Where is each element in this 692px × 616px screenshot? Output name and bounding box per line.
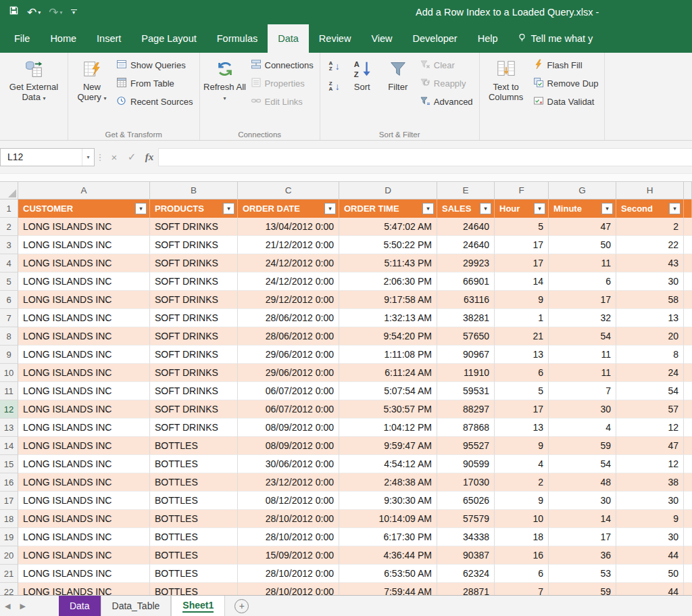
cell-C10[interactable]: 29/06/2012 0:00 — [238, 364, 339, 382]
sort-button[interactable]: AZ Sort — [345, 55, 380, 128]
ribbon-tab-formulas[interactable]: Formulas — [207, 24, 268, 53]
cell-H9[interactable]: 8 — [616, 346, 684, 364]
row-header-7[interactable]: 7 — [0, 309, 18, 327]
cell-F20[interactable]: 16 — [495, 546, 549, 565]
cell-G9[interactable]: 11 — [549, 346, 616, 364]
cell-C11[interactable]: 06/07/2012 0:00 — [238, 382, 339, 400]
cell-D10[interactable]: 6:11:24 AM — [339, 364, 437, 382]
sheet-tab-data[interactable]: Data — [59, 596, 101, 616]
cell-G20[interactable]: 36 — [549, 546, 616, 565]
cell-D3[interactable]: 5:50:22 PM — [339, 236, 437, 254]
cell-H14[interactable]: 47 — [616, 437, 684, 455]
cell-H20[interactable]: 44 — [616, 546, 684, 565]
cell-E20[interactable]: 90387 — [437, 546, 495, 565]
cell-B4[interactable]: SOFT DRINKS — [150, 254, 238, 273]
connections-button[interactable]: Connections — [247, 57, 317, 72]
recent-sources-button[interactable]: Recent Sources — [113, 94, 197, 109]
ribbon-tab-data[interactable]: Data — [268, 24, 309, 53]
cell-D4[interactable]: 5:11:43 PM — [339, 254, 437, 273]
cell-H19[interactable]: 30 — [616, 528, 684, 546]
cell-F13[interactable]: 13 — [495, 419, 549, 437]
cell-E12[interactable]: 88297 — [437, 400, 495, 419]
cell-G17[interactable]: 30 — [549, 492, 616, 510]
cell-D22[interactable]: 7:59:44 AM — [339, 583, 437, 595]
cell-G22[interactable]: 59 — [549, 583, 616, 595]
cell-H5[interactable]: 30 — [616, 273, 684, 291]
sort-descending-button[interactable]: ZA ↓ — [325, 79, 343, 94]
sheet-nav-left-icon[interactable]: ◀ — [0, 596, 15, 616]
cell-A14[interactable]: LONG ISLANDS INC — [18, 437, 150, 455]
cell-G12[interactable]: 30 — [549, 400, 616, 419]
row-header-2[interactable]: 2 — [0, 218, 18, 236]
row-header-13[interactable]: 13 — [0, 419, 18, 437]
filter-dropdown-sales[interactable]: ▾ — [480, 203, 491, 214]
reapply-button[interactable]: Reapply — [416, 76, 476, 91]
cell-D16[interactable]: 2:48:38 AM — [339, 473, 437, 492]
row-header-8[interactable]: 8 — [0, 327, 18, 346]
cell-A10[interactable]: LONG ISLANDS INC — [18, 364, 150, 382]
cell-C2[interactable]: 13/04/2012 0:00 — [238, 218, 339, 236]
cell-D6[interactable]: 9:17:58 AM — [339, 291, 437, 309]
cell-E3[interactable]: 24640 — [437, 236, 495, 254]
cell-B5[interactable]: SOFT DRINKS — [150, 273, 238, 291]
cell-B2[interactable]: SOFT DRINKS — [150, 218, 238, 236]
cell-E8[interactable]: 57650 — [437, 327, 495, 346]
ribbon-tab-help[interactable]: Help — [468, 24, 508, 53]
cell-F12[interactable]: 17 — [495, 400, 549, 419]
cell-H4[interactable]: 43 — [616, 254, 684, 273]
cell-B11[interactable]: SOFT DRINKS — [150, 382, 238, 400]
filter-dropdown-minute[interactable]: ▾ — [601, 203, 613, 214]
data-validation-button[interactable]: Data Validat — [530, 94, 602, 109]
cell-B16[interactable]: BOTTLES — [150, 473, 238, 492]
column-header-a[interactable]: A — [18, 182, 150, 199]
filter-button[interactable]: Filter — [380, 55, 416, 128]
cell-A2[interactable]: LONG ISLANDS INC — [18, 218, 150, 236]
cell-A12[interactable]: LONG ISLANDS INC — [18, 400, 150, 419]
cell-H17[interactable]: 30 — [616, 492, 684, 510]
cell-F19[interactable]: 18 — [495, 528, 549, 546]
row-header-5[interactable]: 5 — [0, 273, 18, 291]
new-query-button[interactable]: New Query ▾ — [71, 55, 113, 128]
cell-A16[interactable]: LONG ISLANDS INC — [18, 473, 150, 492]
cell-C20[interactable]: 15/09/2012 0:00 — [238, 546, 339, 565]
cell-C18[interactable]: 28/10/2012 0:00 — [238, 510, 339, 528]
cell-D2[interactable]: 5:47:02 AM — [339, 218, 437, 236]
redo-button[interactable]: ↷ ▾ — [47, 0, 64, 24]
cell-G10[interactable]: 11 — [549, 364, 616, 382]
cell-A3[interactable]: LONG ISLANDS INC — [18, 236, 150, 254]
edit-links-button[interactable]: Edit Links — [247, 94, 317, 109]
cell-C4[interactable]: 24/12/2012 0:00 — [238, 254, 339, 273]
filter-dropdown-customer[interactable]: ▾ — [135, 203, 147, 214]
cell-E19[interactable]: 34338 — [437, 528, 495, 546]
cell-A4[interactable]: LONG ISLANDS INC — [18, 254, 150, 273]
column-header-g[interactable]: G — [549, 182, 616, 199]
filter-dropdown-second[interactable]: ▾ — [669, 203, 681, 214]
cell-E10[interactable]: 11910 — [437, 364, 495, 382]
customize-quick-access-button[interactable]: ▾ — [69, 0, 79, 24]
cell-H8[interactable]: 20 — [616, 327, 684, 346]
cell-F14[interactable]: 9 — [495, 437, 549, 455]
cell-E22[interactable]: 28871 — [437, 583, 495, 595]
cell-F2[interactable]: 5 — [495, 218, 549, 236]
cell-D15[interactable]: 4:54:12 AM — [339, 455, 437, 473]
row-header-12[interactable]: 12 — [0, 400, 18, 419]
ribbon-tab-review[interactable]: Review — [309, 24, 362, 53]
row-header-10[interactable]: 10 — [0, 364, 18, 382]
filter-dropdown-order-date[interactable]: ▾ — [324, 203, 336, 214]
cell-A8[interactable]: LONG ISLANDS INC — [18, 327, 150, 346]
cell-E7[interactable]: 38281 — [437, 309, 495, 327]
cell-A15[interactable]: LONG ISLANDS INC — [18, 455, 150, 473]
cell-F7[interactable]: 1 — [495, 309, 549, 327]
cell-B9[interactable]: SOFT DRINKS — [150, 346, 238, 364]
cell-A22[interactable]: LONG ISLANDS INC — [18, 583, 150, 595]
cell-G2[interactable]: 47 — [549, 218, 616, 236]
row-header-19[interactable]: 19 — [0, 528, 18, 546]
remove-duplicates-button[interactable]: Remove Dup — [530, 76, 602, 91]
cell-A13[interactable]: LONG ISLANDS INC — [18, 419, 150, 437]
cell-G7[interactable]: 32 — [549, 309, 616, 327]
from-table-button[interactable]: From Table — [113, 76, 197, 91]
cell-F10[interactable]: 6 — [495, 364, 549, 382]
cell-H3[interactable]: 22 — [616, 236, 684, 254]
row-header-21[interactable]: 21 — [0, 565, 18, 583]
cell-E16[interactable]: 17030 — [437, 473, 495, 492]
